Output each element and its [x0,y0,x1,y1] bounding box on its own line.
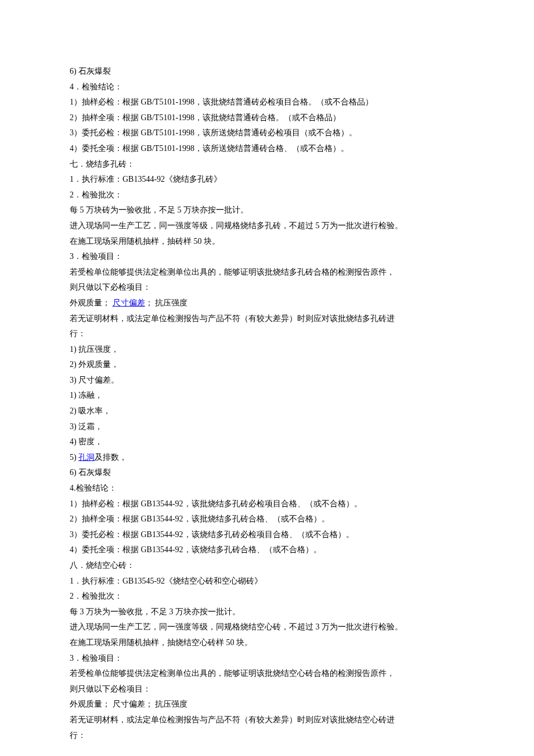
text-span: 3）委托必检：根据 GB/T5101-1998，该所送烧结普通砖必检项目（或不合… [70,128,357,137]
text-span: 2）抽样全项：根据 GB13544-92，该批烧结多孔砖合格、（或不合格）。 [70,514,330,523]
text-line: 2) 外观质量， [70,357,464,373]
text-line: 2．检验批次： [70,188,464,203]
text-span: 3．检验项目： [70,252,122,261]
text-line: 3．检验项目： [70,249,464,265]
text-span: 在施工现场采用随机抽样，抽烧结空心砖样 50 块。 [70,638,252,647]
text-line: 进入现场同一生产工艺，同一强度等级，同规格烧结多孔砖，不超过 5 万为一批次进行… [70,218,464,234]
text-line: 1) 冻融， [70,388,464,404]
text-line: 则只做以下必检项目： [70,682,464,697]
text-span: 3）委托必检：根据 GB13544-92，该烧结多孔砖必检项目合格、（或不合格）… [70,530,354,539]
text-span: 则只做以下必检项目： [70,283,151,291]
text-line: 七．烧结多孔砖： [70,157,464,172]
text-span: 若受检单位能够提供法定检测单位出具的，能够证明该批烧结多孔砖合格的检测报告原件， [70,268,395,276]
text-span: 3) 泛霜， [70,422,103,431]
text-span: 及排数， [95,453,127,462]
text-span: 2) 吸水率， [70,406,111,415]
text-span: 2．检验批次： [70,190,122,199]
text-span: 若无证明材料，或法定单位检测报告与产品不符（有较大差异）时则应对该批烧结多孔砖进 [70,314,395,323]
text-span: 若无证明材料，或法定单位检测报告与产品不符（有较大差异）时则应对该批烧结空心砖进 [70,715,395,724]
text-span: 6) 石灰爆裂 [70,67,111,75]
text-span: ； 抗压强度 [145,298,188,307]
text-line: 1）抽样必检：根据 GB/T5101-1998，该批烧结普通砖必检项目合格。（或… [70,95,464,110]
text-line: 4．检验结论： [70,80,464,95]
text-span: 3．检验项目： [70,654,122,663]
text-line: 1．执行标准：GB13545-92《烧结空心砖和空心砌砖》 [70,574,464,589]
text-line: 6) 石灰爆裂 [70,64,464,80]
text-line: 每 5 万块砖为一验收批，不足 5 万块亦按一批计。 [70,203,464,218]
text-span: 外观质量； 尺寸偏差； 抗压强度 [70,700,187,708]
text-line: 4.检验结论： [70,481,464,496]
text-line: 行： [70,728,464,744]
text-span: 若受检单位能够提供法定检测单位出具的，能够证明该批烧结空心砖合格的检测报告原件， [70,669,395,678]
text-span: 3) 尺寸偏差。 [70,376,119,384]
text-line: 4）委托全项：根据 GB/T5101-1998，该所送烧结普通砖合格、（或不合格… [70,141,464,157]
text-line: 2) 吸水率， [70,404,464,419]
text-span: 1) 冻融， [70,391,103,399]
text-span: 1) 抗压强度， [70,345,119,354]
text-span: 2) 外观质量， [70,360,119,369]
text-span: 1．执行标准：GB13544-92《烧结多孔砖》 [70,175,222,183]
document-body: 6) 石灰爆裂4．检验结论：1）抽样必检：根据 GB/T5101-1998，该批… [70,64,464,743]
text-span: 4) 密度， [70,437,103,446]
text-span: 每 5 万块砖为一验收批，不足 5 万块亦按一批计。 [70,206,248,214]
text-span: 2．检验批次： [70,592,122,600]
hyperlink[interactable]: 尺寸偏差 [113,298,145,307]
text-line: 2）抽样全项：根据 GB13544-92，该批烧结多孔砖合格、（或不合格）。 [70,512,464,527]
text-span: 1）抽样必检：根据 GB13544-92，该批烧结多孔砖必检项目合格、（或不合格… [70,499,362,508]
text-line: 3) 泛霜， [70,419,464,435]
text-line: 5) 孔洞及排数， [70,450,464,466]
text-line: 则只做以下必检项目： [70,280,464,296]
hyperlink[interactable]: 孔洞 [78,453,95,462]
text-line: 1．执行标准：GB13544-92《烧结多孔砖》 [70,172,464,188]
text-line: 4）委托全项：根据 GB13544-92，该烧结多孔砖合格、（或不合格）。 [70,542,464,558]
text-span: 则只做以下必检项目： [70,685,151,693]
text-span: 6) 石灰爆裂 [70,468,111,477]
text-line: 3) 尺寸偏差。 [70,373,464,388]
text-line: 外观质量； 尺寸偏差； 抗压强度 [70,296,464,311]
text-line: 八．烧结空心砖： [70,558,464,574]
text-line: 行： [70,326,464,342]
text-line: 外观质量； 尺寸偏差； 抗压强度 [70,697,464,712]
text-line: 每 3 万块为一验收批，不足 3 万块亦按一批计。 [70,604,464,620]
text-line: 4) 密度， [70,434,464,450]
text-line: 3．检验项目： [70,651,464,667]
text-span: 进入现场同一生产工艺，同一强度等级，同规格烧结空心砖，不超过 3 万为一批次进行… [70,622,403,631]
text-line: 若无证明材料，或法定单位检测报告与产品不符（有较大差异）时则应对该批烧结空心砖进 [70,712,464,728]
text-span: 4）委托全项：根据 GB13544-92，该烧结多孔砖合格、（或不合格）。 [70,545,322,554]
text-span: 1．执行标准：GB13545-92《烧结空心砖和空心砌砖》 [70,577,262,585]
text-line: 若受检单位能够提供法定检测单位出具的，能够证明该批烧结空心砖合格的检测报告原件， [70,666,464,682]
text-span: 在施工现场采用随机抽样，抽砖样 50 块。 [70,237,220,246]
text-span: 1）抽样必检：根据 GB/T5101-1998，该批烧结普通砖必检项目合格。（或… [70,98,373,106]
text-line: 进入现场同一生产工艺，同一强度等级，同规格烧结空心砖，不超过 3 万为一批次进行… [70,620,464,635]
text-line: 2）抽样全项：根据 GB/T5101-1998，该批烧结普通砖合格。（或不合格品… [70,110,464,126]
text-line: 1）抽样必检：根据 GB13544-92，该批烧结多孔砖必检项目合格、（或不合格… [70,496,464,512]
text-span: 4．检验结论： [70,82,122,91]
text-span: 5) [70,453,78,462]
text-line: 若受检单位能够提供法定检测单位出具的，能够证明该批烧结多孔砖合格的检测报告原件， [70,265,464,280]
text-span: 进入现场同一生产工艺，同一强度等级，同规格烧结多孔砖，不超过 5 万为一批次进行… [70,221,403,230]
text-line: 6) 石灰爆裂 [70,465,464,481]
text-line: 1) 抗压强度， [70,342,464,358]
text-span: 每 3 万块为一验收批，不足 3 万块亦按一批计。 [70,607,240,616]
text-line: 3）委托必检：根据 GB13544-92，该烧结多孔砖必检项目合格、（或不合格）… [70,527,464,543]
text-line: 在施工现场采用随机抽样，抽砖样 50 块。 [70,234,464,250]
text-span: 外观质量； [70,298,113,307]
text-line: 3）委托必检：根据 GB/T5101-1998，该所送烧结普通砖必检项目（或不合… [70,125,464,141]
text-span: 4.检验结论： [70,484,117,492]
text-span: 行： [70,731,86,740]
text-span: 2）抽样全项：根据 GB/T5101-1998，该批烧结普通砖合格。（或不合格品… [70,113,341,122]
text-span: 八．烧结空心砖： [70,561,135,570]
text-span: 七．烧结多孔砖： [70,160,135,168]
text-line: 在施工现场采用随机抽样，抽烧结空心砖样 50 块。 [70,635,464,651]
text-span: 行： [70,329,86,338]
text-line: 2．检验批次： [70,589,464,604]
text-line: 若无证明材料，或法定单位检测报告与产品不符（有较大差异）时则应对该批烧结多孔砖进 [70,311,464,327]
text-span: 4）委托全项：根据 GB/T5101-1998，该所送烧结普通砖合格、（或不合格… [70,144,349,153]
